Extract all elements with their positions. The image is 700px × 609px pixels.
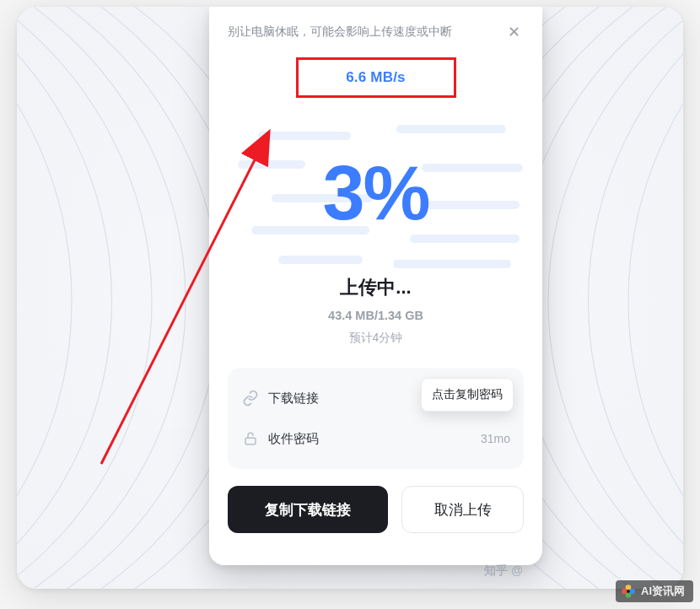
copy-download-link-button[interactable]: 复制下载链接 bbox=[228, 486, 388, 533]
upload-speed-highlight-box: 6.6 MB/s bbox=[296, 57, 456, 98]
close-icon: ✕ bbox=[508, 23, 520, 41]
svg-point-6 bbox=[622, 589, 627, 595]
svg-rect-1 bbox=[245, 438, 256, 445]
download-link-label: 下载链接 bbox=[268, 391, 319, 407]
close-button[interactable]: ✕ bbox=[503, 22, 524, 42]
cancel-upload-button[interactable]: 取消上传 bbox=[401, 486, 524, 533]
upload-percent-area: 3% bbox=[228, 116, 524, 270]
password-label: 收件密码 bbox=[268, 431, 319, 447]
zhihu-watermark: 知乎 @ bbox=[484, 563, 523, 579]
upload-speed-value: 6.6 MB/s bbox=[346, 69, 406, 86]
share-info-box: 下载链接 https://fas 点击复制密码 收件密码 31mo bbox=[228, 368, 524, 469]
upload-eta: 预计4分钟 bbox=[228, 331, 524, 346]
password-row: 收件密码 31mo bbox=[241, 422, 510, 455]
upload-percent-value: 3% bbox=[322, 155, 428, 231]
upload-status-title: 上传中... bbox=[228, 275, 524, 300]
download-link-row: 下载链接 https://fas 点击复制密码 bbox=[241, 381, 510, 415]
flower-icon bbox=[621, 584, 636, 599]
site-watermark: AI资讯网 bbox=[616, 580, 693, 602]
link-icon bbox=[241, 389, 260, 407]
upload-dialog: 别让电脑休眠，可能会影响上传速度或中断 ✕ 6.6 MB/s bbox=[209, 7, 542, 565]
password-value: 31mo bbox=[481, 432, 510, 445]
app-window: 别让电脑休眠，可能会影响上传速度或中断 ✕ 6.6 MB/s bbox=[17, 7, 683, 589]
upload-size-progress: 43.4 MB/1.34 GB bbox=[228, 309, 524, 322]
watermark-title: AI资讯网 bbox=[641, 584, 685, 599]
lock-icon bbox=[241, 429, 260, 448]
copy-password-button[interactable]: 点击复制密码 bbox=[421, 378, 514, 412]
sleep-warning-text: 别让电脑休眠，可能会影响上传速度或中断 bbox=[228, 24, 452, 40]
svg-point-7 bbox=[627, 590, 630, 593]
